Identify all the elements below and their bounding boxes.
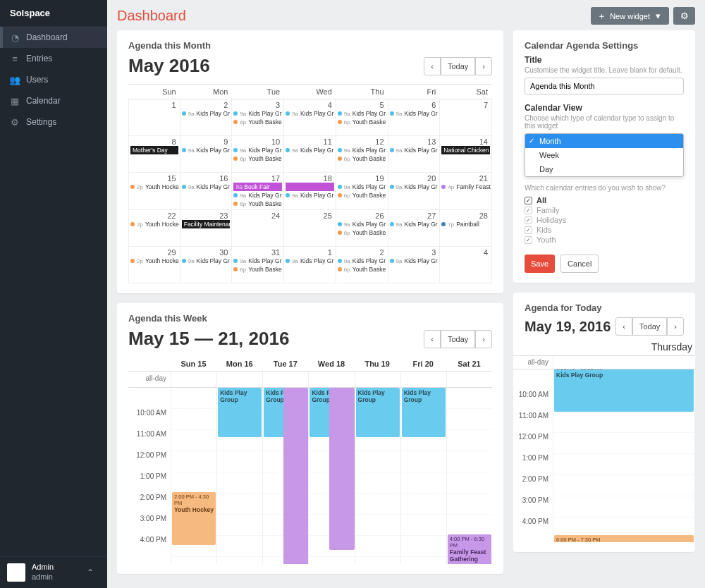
today-button[interactable]: Today <box>441 57 475 75</box>
calendar-cell[interactable]: 169aKids Play Gr <box>180 173 233 210</box>
dropdown-option[interactable]: Week <box>525 148 683 162</box>
event-dot[interactable]: 9aKids Play Gr <box>182 257 231 265</box>
chevron-up-icon[interactable]: ⌃ <box>80 563 100 582</box>
calendar-cell[interactable]: 59aKids Play Gr6pYouth Baske <box>336 99 388 136</box>
prev-button[interactable]: ‹ <box>424 330 441 348</box>
event-block[interactable] <box>286 183 334 191</box>
calendar-cell[interactable]: 29aKids Play Gr <box>180 99 233 136</box>
calendar-cell[interactable]: 99aKids Play Gr <box>180 136 233 173</box>
prev-button[interactable]: ‹ <box>615 317 632 336</box>
prev-button[interactable]: ‹ <box>424 57 441 75</box>
calendar-cell[interactable]: 1 <box>128 99 180 136</box>
week-event[interactable]: 4:00 PM - 6:30 PMFamily Feast Gathering <box>448 534 491 564</box>
sidebar-user[interactable]: Admin admin ⌃ <box>0 556 107 588</box>
calendar-cell[interactable]: 292pYouth Hocke <box>128 247 180 283</box>
event-dot[interactable]: 7pPaintball <box>441 220 490 228</box>
event-dot[interactable]: 9aKids Play Gr <box>182 146 231 154</box>
event-dot[interactable]: 9aKids Play Gr <box>233 146 282 154</box>
event-dot[interactable]: 9aKids Play Gr <box>390 146 439 154</box>
event-dot[interactable]: 9aKids Play Gr <box>390 220 439 228</box>
event-dot[interactable]: 9aKids Play Gr <box>338 109 386 118</box>
calendar-cell[interactable]: 178a Book Fair9aKids Play Gr6pYouth Bask… <box>232 173 284 210</box>
event-dot[interactable]: 6pYouth Baske <box>233 200 282 208</box>
event-dot[interactable]: 9aKids Play Gr <box>338 220 386 228</box>
title-input[interactable] <box>525 78 684 94</box>
event-dot[interactable]: 4pFamily Feast <box>441 183 490 191</box>
calendar-cell[interactable]: 129aKids Play Gr6pYouth Baske <box>336 136 388 173</box>
sidebar-item-settings[interactable]: ⚙Settings <box>0 111 107 133</box>
event-dot[interactable]: 9aKids Play Gr <box>233 257 282 265</box>
calendar-cell[interactable]: 69aKids Play Gr <box>388 99 441 136</box>
week-event[interactable]: Kids Play Group <box>402 388 446 437</box>
calendar-cell[interactable]: 49aKids Play Gr <box>284 99 336 136</box>
checkbox-all[interactable]: ✓All <box>525 195 684 205</box>
event-dot[interactable]: 6pYouth Baske <box>338 265 386 274</box>
event-dot[interactable]: 9aKids Play Gr <box>182 183 231 191</box>
sidebar-item-entries[interactable]: ≡Entries <box>0 48 107 69</box>
next-button[interactable]: › <box>475 57 492 75</box>
calendar-cell[interactable]: 319aKids Play Gr6pYouth Baske <box>232 247 284 283</box>
event-dot[interactable]: 9aKids Play Gr <box>390 109 439 118</box>
event-block[interactable]: Facility Maintenance <box>182 220 231 228</box>
week-event[interactable]: Kids Play Group <box>218 388 262 437</box>
calendar-cell[interactable]: 29aKids Play Gr6pYouth Baske <box>336 247 388 283</box>
calendar-cell[interactable]: 25 <box>284 210 336 247</box>
calendar-cell[interactable]: 214pFamily Feast <box>440 173 492 210</box>
event-block[interactable]: National Chicken <box>441 146 490 154</box>
event-dot[interactable]: 9aKids Play Gr <box>286 257 334 265</box>
week-event[interactable]: 2:00 PM - 4:30 PMYouth Hockey <box>172 492 216 545</box>
event-dot[interactable]: 9aKids Play Gr <box>338 257 386 265</box>
day-event[interactable]: 9:00 AM - 11:30 AMKids Play Group <box>554 369 694 412</box>
calendar-cell[interactable]: 199aKids Play Gr6pYouth Baske <box>336 173 388 210</box>
event-dot[interactable]: 6pYouth Baske <box>233 265 282 274</box>
calendar-cell[interactable]: 39aKids Play Gr6pYouth Baske <box>232 99 284 136</box>
calendar-cell[interactable]: 109aKids Play Gr6pYouth Baske <box>232 136 284 173</box>
checkbox-youth[interactable]: ✓Youth <box>525 235 684 245</box>
calendar-cell[interactable]: 279aKids Play Gr <box>388 210 441 247</box>
event-block[interactable]: 8a Book Fair <box>233 183 282 191</box>
calendar-cell[interactable]: 119aKids Play Gr <box>284 136 336 173</box>
event-dot[interactable]: 6pYouth Baske <box>233 118 282 126</box>
new-widget-button[interactable]: ＋ New widget ▾ <box>591 7 669 25</box>
calendar-cell[interactable]: 152pYouth Hocke <box>128 173 180 210</box>
calendar-cell[interactable]: 8Mother's Day <box>128 136 180 173</box>
calendar-cell[interactable]: 39aKids Play Gr <box>388 247 441 283</box>
calendar-cell[interactable]: 139aKids Play Gr <box>388 136 441 173</box>
event-dot[interactable]: 9aKids Play Gr <box>233 191 282 200</box>
event-dot[interactable]: 9aKids Play Gr <box>338 146 386 154</box>
sidebar-item-users[interactable]: 👥Users <box>0 69 107 90</box>
event-dot[interactable]: 9aKids Play Gr <box>182 109 231 118</box>
calendar-cell[interactable]: 209aKids Play Gr <box>388 173 441 210</box>
calendar-cell[interactable]: 4 <box>440 247 492 283</box>
cancel-button[interactable]: Cancel <box>560 255 599 273</box>
save-button[interactable]: Save <box>525 255 555 273</box>
calendar-cell[interactable]: 7 <box>440 99 492 136</box>
today-button[interactable]: Today <box>441 330 475 348</box>
checkbox-family[interactable]: ✓Family <box>525 205 684 215</box>
next-button[interactable]: › <box>475 330 492 348</box>
calendar-cell[interactable]: 18 9aKids Play Gr <box>284 173 336 210</box>
dropdown-option[interactable]: Day <box>525 162 683 176</box>
sidebar-item-calendar[interactable]: ▦Calendar <box>0 90 107 111</box>
event-dot[interactable]: 2pYouth Hocke <box>130 220 178 228</box>
today-button[interactable]: Today <box>632 317 667 336</box>
checkbox-kids[interactable]: ✓Kids <box>525 225 684 235</box>
calendar-cell[interactable]: 309aKids Play Gr <box>180 247 233 283</box>
event-dot[interactable]: 6pYouth Baske <box>338 154 386 163</box>
event-dot[interactable]: 6pYouth Baske <box>338 228 386 237</box>
calendar-cell[interactable]: 24 <box>232 210 284 247</box>
next-button[interactable]: › <box>667 317 684 336</box>
event-dot[interactable]: 2pYouth Hocke <box>130 183 178 191</box>
day-event[interactable]: 6:00 PM - 7:30 PMYouth Basketball <box>554 535 694 542</box>
event-dot[interactable]: 9aKids Play Gr <box>286 109 334 118</box>
event-dot[interactable]: 9aKids Play Gr <box>233 109 282 118</box>
event-dot[interactable]: 6pYouth Baske <box>338 118 386 126</box>
event-dot[interactable]: 9aKids Play Gr <box>390 183 439 191</box>
event-dot[interactable]: 6pYouth Baske <box>338 191 386 200</box>
week-event[interactable] <box>329 388 354 550</box>
checkbox-holidays[interactable]: ✓Holidays <box>525 215 684 225</box>
event-dot[interactable]: 9aKids Play Gr <box>338 183 386 191</box>
event-dot[interactable]: 9aKids Play Gr <box>390 257 439 265</box>
view-dropdown[interactable]: MonthWeekDay <box>525 133 684 177</box>
calendar-cell[interactable]: 222pYouth Hocke <box>128 210 180 247</box>
